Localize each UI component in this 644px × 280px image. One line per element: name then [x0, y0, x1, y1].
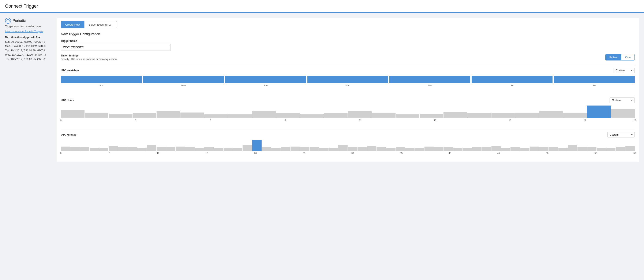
minute-bar[interactable] — [530, 147, 539, 151]
weekday-bar-wrapper[interactable]: Sun — [61, 76, 142, 87]
hour-bar[interactable] — [276, 113, 300, 118]
hour-bar[interactable] — [252, 111, 276, 118]
hour-bar[interactable] — [108, 114, 132, 118]
tab-select-existing[interactable]: Select Existing ( 2 ) — [84, 21, 117, 28]
hour-bar[interactable] — [444, 112, 467, 118]
minute-bar[interactable] — [338, 145, 348, 151]
learn-more-link[interactable]: Learn more about Periodic Triggers — [5, 30, 52, 33]
minute-bar[interactable] — [252, 140, 262, 151]
weekday-bar-wrapper[interactable]: Mon — [143, 76, 224, 87]
minute-bar[interactable] — [434, 147, 443, 151]
minute-bar[interactable] — [185, 147, 194, 151]
hours-custom-select[interactable]: Custom Every Hour Every 6 Hours Every 12… — [610, 98, 635, 103]
weekdays-custom-select[interactable]: Custom Every Day Weekdays Weekends — [614, 68, 635, 73]
minute-bar[interactable] — [99, 148, 108, 151]
weekday-bar-wrapper[interactable]: Sat — [554, 76, 635, 87]
minute-bar[interactable] — [578, 147, 587, 151]
minute-bar[interactable] — [415, 148, 424, 151]
hour-bar[interactable] — [396, 114, 420, 118]
weekday-bar[interactable] — [61, 76, 142, 83]
minute-bar[interactable] — [204, 147, 214, 151]
minute-bar[interactable] — [386, 148, 396, 151]
hour-bar[interactable] — [133, 113, 156, 118]
minute-bar[interactable] — [626, 146, 635, 151]
hour-bar[interactable] — [611, 109, 635, 118]
hour-bar[interactable] — [85, 113, 108, 118]
minute-bar[interactable] — [128, 147, 137, 151]
cron-button[interactable]: Cron — [622, 54, 634, 60]
minute-bar[interactable] — [108, 146, 118, 151]
weekday-bar-wrapper[interactable]: Wed — [308, 76, 388, 87]
minute-bar[interactable] — [156, 147, 166, 151]
minute-bar[interactable] — [520, 148, 530, 151]
minute-bar[interactable] — [539, 147, 548, 151]
hour-bar[interactable] — [515, 113, 539, 118]
weekday-bar[interactable] — [143, 76, 224, 83]
minute-bar[interactable] — [549, 147, 558, 151]
minute-bar[interactable] — [166, 147, 175, 151]
weekday-bar-wrapper[interactable]: Thu — [390, 76, 470, 87]
minute-bar[interactable] — [472, 147, 482, 151]
hour-bar[interactable] — [300, 114, 324, 118]
minute-bar[interactable] — [463, 148, 472, 151]
minute-bar[interactable] — [137, 148, 147, 151]
weekday-bar[interactable] — [225, 76, 306, 83]
minute-bar[interactable] — [147, 145, 156, 151]
weekday-bar[interactable] — [472, 76, 552, 83]
minute-bar[interactable] — [453, 148, 462, 151]
minutes-custom-select[interactable]: Custom Every Minute Every 5 Minutes Ever… — [608, 132, 635, 137]
minute-bar[interactable] — [242, 145, 252, 151]
minute-bar[interactable] — [358, 147, 367, 151]
minute-bar[interactable] — [214, 148, 223, 151]
minute-bar[interactable] — [70, 147, 80, 151]
trigger-name-input[interactable] — [61, 44, 171, 51]
hour-bar[interactable] — [539, 111, 563, 118]
minute-bar[interactable] — [501, 148, 510, 151]
minute-bar[interactable] — [424, 147, 434, 151]
minute-bar[interactable] — [616, 147, 625, 151]
minute-bar[interactable] — [376, 147, 386, 151]
minute-bar[interactable] — [606, 148, 616, 151]
minute-bar[interactable] — [597, 148, 606, 151]
minute-bar[interactable] — [118, 147, 128, 151]
minute-bar[interactable] — [568, 145, 577, 151]
hour-bar[interactable] — [420, 114, 443, 118]
minute-bar[interactable] — [558, 148, 568, 151]
hour-bar[interactable] — [563, 113, 587, 118]
minute-bar[interactable] — [90, 148, 99, 151]
minute-bar[interactable] — [300, 147, 309, 151]
minute-bar[interactable] — [348, 147, 357, 151]
hour-bar[interactable] — [204, 114, 228, 118]
minute-bar[interactable] — [510, 147, 520, 151]
tab-create-new[interactable]: Create New — [61, 21, 84, 28]
minute-bar[interactable] — [444, 147, 453, 151]
minute-bar[interactable] — [176, 147, 185, 151]
minute-bar[interactable] — [290, 147, 300, 151]
hour-bar[interactable] — [156, 111, 180, 118]
hour-bar[interactable] — [228, 114, 252, 118]
minute-bar[interactable] — [319, 148, 328, 151]
hour-bar[interactable] — [180, 113, 204, 118]
hour-bar[interactable] — [324, 113, 348, 118]
minute-bar[interactable] — [195, 148, 204, 151]
minute-bar[interactable] — [396, 147, 405, 151]
minute-bar[interactable] — [310, 147, 319, 151]
hour-bar[interactable] — [372, 113, 396, 118]
weekday-bar[interactable] — [554, 76, 635, 83]
minute-bar[interactable] — [271, 148, 280, 151]
minute-bar[interactable] — [262, 147, 271, 151]
hour-bar[interactable] — [492, 113, 515, 118]
minute-bar[interactable] — [281, 147, 290, 151]
minute-bar[interactable] — [367, 146, 376, 151]
weekday-bar-wrapper[interactable]: Fri — [472, 76, 552, 87]
hour-bar[interactable] — [587, 106, 610, 118]
minute-bar[interactable] — [329, 148, 338, 151]
minute-bar[interactable] — [492, 146, 501, 151]
minute-bar[interactable] — [587, 147, 596, 151]
minute-bar[interactable] — [405, 148, 414, 151]
hour-bar[interactable] — [348, 111, 372, 118]
minute-bar[interactable] — [61, 147, 70, 151]
weekday-bar[interactable] — [390, 76, 470, 83]
hour-bar[interactable] — [467, 113, 491, 118]
minute-bar[interactable] — [224, 148, 233, 151]
